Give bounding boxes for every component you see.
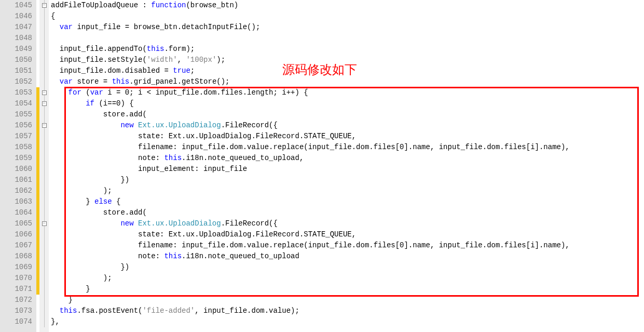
line-number: 1056 — [0, 120, 32, 131]
line-number: 1048 — [0, 33, 32, 44]
code-line[interactable]: }, — [49, 316, 644, 327]
line-number: 1067 — [0, 240, 32, 251]
line-number: 1045 — [0, 0, 32, 11]
line-number: 1051 — [0, 65, 32, 76]
line-number: 1060 — [0, 164, 32, 175]
line-number: 1054 — [0, 98, 32, 109]
code-line[interactable]: if (i==0) { — [49, 98, 644, 109]
code-line[interactable]: store.add( — [49, 109, 644, 120]
line-number: 1074 — [0, 316, 32, 327]
code-line[interactable]: new Ext.ux.UploadDialog.FileRecord({ — [49, 120, 644, 131]
fold-line — [39, 65, 49, 76]
code-line[interactable]: note: this.i18n.note_queued_to_upload — [49, 251, 644, 262]
fold-collapse-icon[interactable]: − — [39, 98, 49, 109]
line-number: 1072 — [0, 295, 32, 306]
line-number: 1058 — [0, 142, 32, 153]
fold-line — [39, 153, 49, 164]
code-line[interactable]: state: Ext.ux.UploadDialog.FileRecord.ST… — [49, 131, 644, 142]
code-line[interactable]: { — [49, 11, 644, 22]
fold-line — [39, 316, 49, 327]
line-number: 1069 — [0, 262, 32, 273]
line-number: 1057 — [0, 131, 32, 142]
fold-line — [39, 175, 49, 185]
code-line[interactable]: var input_file = browse_btn.detachInputF… — [49, 22, 644, 33]
code-line[interactable]: this.fsa.postEvent('file-added', input_f… — [49, 306, 644, 316]
fold-line — [39, 33, 49, 44]
line-number: 1047 — [0, 22, 32, 33]
line-number: 1053 — [0, 87, 32, 98]
line-number: 1065 — [0, 218, 32, 229]
fold-line — [39, 295, 49, 306]
code-line[interactable]: for (var i = 0; i < input_file.dom.files… — [49, 87, 644, 98]
code-line[interactable]: ); — [49, 185, 644, 196]
fold-line — [39, 284, 49, 295]
fold-collapse-icon[interactable]: − — [39, 0, 49, 11]
fold-line — [39, 11, 49, 22]
fold-line — [39, 185, 49, 196]
line-number: 1071 — [0, 284, 32, 295]
fold-line — [39, 131, 49, 142]
code-line[interactable]: ); — [49, 273, 644, 284]
code-line[interactable]: }) — [49, 262, 644, 273]
code-line[interactable]: } else { — [49, 196, 644, 207]
fold-line — [39, 229, 49, 240]
line-number: 1055 — [0, 109, 32, 120]
code-line[interactable]: } — [49, 284, 644, 295]
code-line[interactable]: note: this.i18n.note_queued_to_upload, — [49, 153, 644, 164]
line-number: 1050 — [0, 55, 32, 65]
fold-line — [39, 44, 49, 55]
fold-line — [39, 142, 49, 153]
code-line[interactable]: input_file.dom.disabled = true; — [49, 65, 644, 76]
line-number: 1068 — [0, 251, 32, 262]
code-line[interactable]: filename: input_file.dom.value.replace(i… — [49, 240, 644, 251]
line-number: 1073 — [0, 306, 32, 316]
code-line[interactable]: state: Ext.ux.UploadDialog.FileRecord.ST… — [49, 229, 644, 240]
code-line[interactable]: filename: input_file.dom.value.replace(i… — [49, 142, 644, 153]
line-number: 1062 — [0, 185, 32, 196]
code-editor[interactable]: addFileToUploadQueue : function(browse_b… — [49, 0, 644, 332]
line-number: 1052 — [0, 76, 32, 87]
fold-line — [39, 55, 49, 65]
line-number: 1063 — [0, 196, 32, 207]
line-number: 1049 — [0, 44, 32, 55]
fold-line — [39, 76, 49, 87]
line-number: 1066 — [0, 229, 32, 240]
fold-line — [39, 251, 49, 262]
line-number: 1046 — [0, 11, 32, 22]
fold-line — [39, 240, 49, 251]
fold-line — [39, 207, 49, 218]
fold-collapse-icon[interactable]: − — [39, 120, 49, 131]
fold-line — [39, 22, 49, 33]
fold-collapse-icon[interactable]: − — [39, 87, 49, 98]
code-line[interactable]: new Ext.ux.UploadDialog.FileRecord({ — [49, 218, 644, 229]
code-line[interactable]: }) — [49, 175, 644, 185]
fold-gutter[interactable]: −−−−− — [39, 0, 49, 332]
fold-line — [39, 306, 49, 316]
code-line[interactable]: store.add( — [49, 207, 644, 218]
code-line[interactable] — [49, 33, 644, 44]
code-line[interactable]: } — [49, 295, 644, 306]
fold-line — [39, 164, 49, 175]
code-line[interactable]: input_element: input_file — [49, 164, 644, 175]
line-number: 1070 — [0, 273, 32, 284]
code-line[interactable]: addFileToUploadQueue : function(browse_b… — [49, 0, 644, 11]
line-number: 1064 — [0, 207, 32, 218]
line-number-gutter: 1045104610471048104910501051105210531054… — [0, 0, 36, 332]
line-number: 1059 — [0, 153, 32, 164]
code-line[interactable]: input_file.setStyle('width', '100px'); — [49, 55, 644, 65]
code-line[interactable]: var store = this.grid_panel.getStore(); — [49, 76, 644, 87]
fold-collapse-icon[interactable]: − — [39, 218, 49, 229]
code-line[interactable]: input_file.appendTo(this.form); — [49, 44, 644, 55]
fold-line — [39, 262, 49, 273]
fold-line — [39, 196, 49, 207]
fold-line — [39, 273, 49, 284]
fold-line — [39, 109, 49, 120]
line-number: 1061 — [0, 175, 32, 185]
